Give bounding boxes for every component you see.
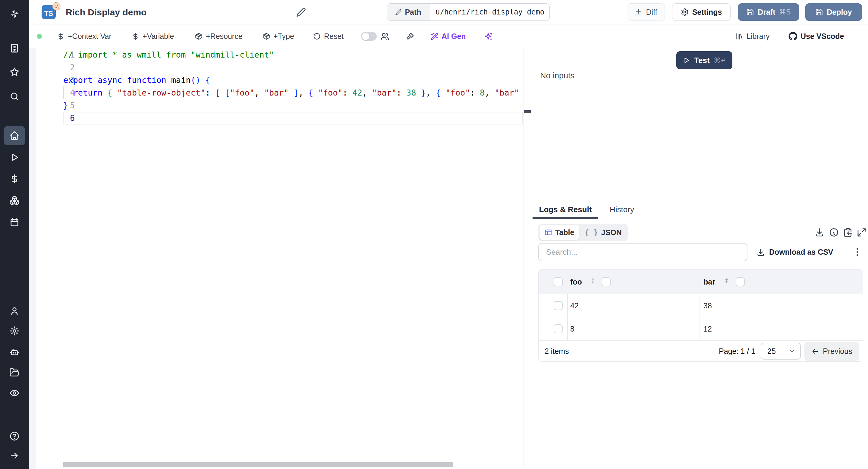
add-resource-button[interactable]: +Resource bbox=[195, 24, 243, 48]
help-circle-icon bbox=[9, 431, 20, 441]
previous-page-button[interactable]: Previous bbox=[804, 342, 859, 361]
sidebar-item-search[interactable] bbox=[0, 87, 29, 106]
test-button[interactable]: Test ⌘↵ bbox=[676, 51, 733, 69]
editor-left-margin bbox=[29, 48, 36, 469]
braces-icon: { } bbox=[584, 228, 598, 237]
search-box bbox=[538, 243, 747, 261]
diff-button[interactable]: Diff bbox=[627, 3, 665, 21]
folder-open-icon bbox=[9, 368, 20, 378]
expand-icon[interactable] bbox=[857, 227, 867, 237]
library-button[interactable]: Library bbox=[735, 24, 770, 48]
search-input[interactable] bbox=[539, 244, 747, 261]
download-result-icon[interactable] bbox=[815, 227, 824, 237]
deploy-button[interactable]: Deploy bbox=[805, 3, 862, 21]
add-variable-label: +Variable bbox=[143, 32, 174, 41]
view-json-label: JSON bbox=[601, 228, 622, 237]
tab-history[interactable]: History bbox=[607, 200, 637, 219]
editor-toolbar: +Context Var +Variable +Resource +Type R… bbox=[29, 24, 868, 48]
library-icon bbox=[735, 32, 744, 40]
run-and-result-panel: Test ⌘↵ No inputs Logs & Result History … bbox=[532, 48, 868, 469]
add-type-button[interactable]: +Type bbox=[262, 24, 294, 48]
gear-icon bbox=[681, 8, 689, 16]
cursor-marker bbox=[524, 110, 531, 113]
sidebar-item-settings[interactable] bbox=[0, 321, 29, 341]
code-editor[interactable]: 123456 // import * as wmill from "windmi… bbox=[29, 48, 531, 469]
deploy-label: Deploy bbox=[827, 8, 852, 17]
edit-title-pencil-icon[interactable] bbox=[296, 7, 306, 17]
page-title: Rich Display demo bbox=[66, 0, 147, 24]
sidebar-item-folders[interactable] bbox=[0, 363, 29, 382]
add-context-var-button[interactable]: +Context Var bbox=[57, 24, 112, 48]
user-icon bbox=[9, 306, 20, 316]
sidebar-item-runs[interactable] bbox=[0, 148, 29, 167]
tab-logs-and-result[interactable]: Logs & Result bbox=[532, 200, 598, 219]
format-brush-icon[interactable] bbox=[406, 32, 415, 41]
sidebar-item-expand[interactable] bbox=[0, 446, 29, 465]
code-line: // import * as wmill from "windmill-clie… bbox=[63, 49, 524, 61]
ai-gen-label: AI Gen bbox=[441, 32, 466, 41]
calendar-icon bbox=[9, 217, 20, 227]
sidebar-item-favorites[interactable] bbox=[0, 62, 29, 82]
path-value: u/henri/rich_display_demo bbox=[430, 4, 550, 21]
reset-button[interactable]: Reset bbox=[313, 24, 344, 48]
table-body: 4238812 bbox=[538, 294, 863, 341]
add-context-var-label: +Context Var bbox=[68, 32, 112, 41]
arrow-left-icon bbox=[811, 347, 819, 355]
row-checkbox[interactable] bbox=[554, 301, 563, 310]
sidebar-item-resources[interactable] bbox=[0, 191, 29, 210]
code-line bbox=[63, 61, 524, 74]
view-option-json[interactable]: { } JSON bbox=[580, 225, 626, 240]
draft-button[interactable]: Draft ⌘S bbox=[738, 3, 799, 21]
users-icon[interactable] bbox=[380, 32, 390, 41]
test-shortcut: ⌘↵ bbox=[714, 56, 726, 64]
copy-to-clipboard-icon[interactable] bbox=[843, 227, 852, 237]
sidebar-item-audit[interactable] bbox=[0, 383, 29, 403]
bot-icon bbox=[9, 347, 20, 357]
info-icon[interactable] bbox=[829, 227, 839, 237]
column-bar-toggle-checkbox[interactable] bbox=[736, 277, 745, 286]
test-label: Test bbox=[694, 56, 710, 65]
windmill-logo-icon[interactable] bbox=[0, 4, 29, 24]
sidebar-item-account[interactable] bbox=[0, 302, 29, 321]
buildings-icon bbox=[9, 43, 20, 53]
row-checkbox[interactable] bbox=[554, 324, 563, 333]
items-count: 2 items bbox=[545, 341, 569, 362]
sort-bar-icon[interactable] bbox=[723, 277, 730, 286]
header-checkbox[interactable] bbox=[554, 277, 563, 286]
sidebar-item-variables[interactable] bbox=[0, 169, 29, 188]
sort-foo-icon[interactable] bbox=[590, 277, 596, 286]
multiplayer-toggle[interactable] bbox=[361, 32, 377, 41]
sidebar-item-help[interactable] bbox=[0, 427, 29, 446]
sidebar-item-home[interactable] bbox=[0, 126, 29, 145]
sidebar bbox=[0, 0, 29, 469]
ai-gen-button[interactable]: AI Gen bbox=[430, 24, 466, 48]
column-foo-toggle-checkbox[interactable] bbox=[601, 277, 611, 286]
result-tabs: Logs & Result History bbox=[532, 200, 868, 219]
no-inputs-text: No inputs bbox=[540, 71, 575, 81]
star-icon bbox=[9, 67, 20, 77]
table-header: foo bar bbox=[538, 270, 863, 294]
save-icon bbox=[746, 8, 754, 16]
path-label-segment: Path bbox=[387, 4, 430, 21]
download-csv-button[interactable]: Download as CSV bbox=[756, 243, 833, 261]
sidebar-item-schedules[interactable] bbox=[0, 213, 29, 232]
home-icon bbox=[9, 130, 20, 141]
table-options-kebab-icon[interactable] bbox=[852, 247, 863, 257]
view-option-table[interactable]: Table bbox=[539, 225, 579, 240]
settings-button[interactable]: Settings bbox=[672, 3, 731, 21]
use-vscode-button[interactable]: Use VScode bbox=[788, 24, 844, 48]
sidebar-item-workspace[interactable] bbox=[0, 39, 29, 58]
dollar-icon bbox=[9, 174, 20, 184]
result-table: foo bar 4238812 2 items Page: 1 / 1 bbox=[538, 269, 863, 362]
table-row: 812 bbox=[538, 317, 863, 341]
code-line: export async function main() { bbox=[63, 74, 524, 87]
sidebar-item-ai[interactable] bbox=[0, 342, 29, 362]
dollar-icon bbox=[57, 32, 65, 40]
add-type-label: +Type bbox=[273, 32, 294, 41]
horizontal-scrollbar[interactable] bbox=[63, 462, 453, 467]
sparkles-icon[interactable] bbox=[484, 32, 493, 41]
page-size-select[interactable]: 25 bbox=[761, 343, 801, 359]
path-field[interactable]: Path u/henri/rich_display_demo bbox=[387, 3, 550, 21]
add-variable-button[interactable]: +Variable bbox=[131, 24, 174, 48]
table-row: 4238 bbox=[538, 294, 863, 317]
